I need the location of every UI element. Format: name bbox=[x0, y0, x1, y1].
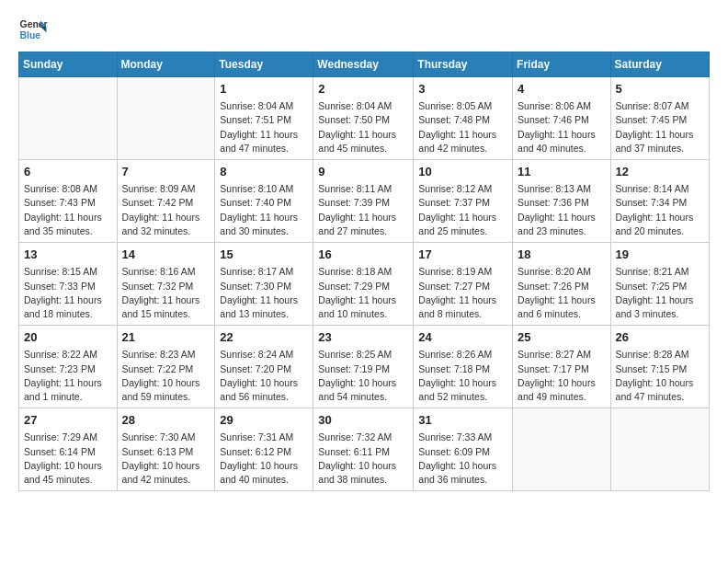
day-number: 4 bbox=[518, 81, 606, 98]
day-detail: Sunrise: 8:09 AM Sunset: 7:42 PM Dayligh… bbox=[122, 182, 210, 238]
day-detail: Sunrise: 8:21 AM Sunset: 7:25 PM Dayligh… bbox=[616, 265, 704, 321]
calendar-cell: 25Sunrise: 8:27 AM Sunset: 7:17 PM Dayli… bbox=[513, 326, 611, 408]
day-detail: Sunrise: 8:04 AM Sunset: 7:51 PM Dayligh… bbox=[220, 99, 308, 155]
calendar-cell: 12Sunrise: 8:14 AM Sunset: 7:34 PM Dayli… bbox=[610, 160, 709, 243]
day-detail: Sunrise: 8:12 AM Sunset: 7:37 PM Dayligh… bbox=[418, 182, 507, 238]
day-detail: Sunrise: 8:15 AM Sunset: 7:33 PM Dayligh… bbox=[24, 265, 112, 321]
calendar-cell: 23Sunrise: 8:25 AM Sunset: 7:19 PM Dayli… bbox=[313, 326, 414, 408]
day-detail: Sunrise: 8:19 AM Sunset: 7:27 PM Dayligh… bbox=[418, 265, 507, 321]
day-number: 16 bbox=[318, 247, 408, 263]
day-number: 21 bbox=[122, 329, 210, 346]
day-number: 15 bbox=[220, 247, 308, 263]
day-number: 20 bbox=[24, 329, 112, 346]
day-number: 14 bbox=[122, 247, 210, 263]
calendar-cell: 7Sunrise: 8:09 AM Sunset: 7:42 PM Daylig… bbox=[117, 160, 215, 243]
calendar-cell: 22Sunrise: 8:24 AM Sunset: 7:20 PM Dayli… bbox=[215, 326, 313, 408]
calendar-cell: 31Sunrise: 7:33 AM Sunset: 6:09 PM Dayli… bbox=[414, 408, 513, 491]
day-number: 25 bbox=[518, 329, 606, 346]
calendar-cell: 19Sunrise: 8:21 AM Sunset: 7:25 PM Dayli… bbox=[610, 243, 709, 326]
calendar-cell: 20Sunrise: 8:22 AM Sunset: 7:23 PM Dayli… bbox=[19, 326, 118, 408]
day-number: 11 bbox=[518, 164, 606, 180]
day-detail: Sunrise: 8:10 AM Sunset: 7:40 PM Dayligh… bbox=[220, 182, 308, 238]
calendar-cell: 8Sunrise: 8:10 AM Sunset: 7:40 PM Daylig… bbox=[215, 160, 313, 243]
logo: General Blue bbox=[18, 15, 48, 44]
day-detail: Sunrise: 8:18 AM Sunset: 7:29 PM Dayligh… bbox=[318, 265, 408, 321]
calendar-cell: 24Sunrise: 8:26 AM Sunset: 7:18 PM Dayli… bbox=[414, 326, 513, 408]
day-detail: Sunrise: 8:24 AM Sunset: 7:20 PM Dayligh… bbox=[220, 348, 308, 404]
calendar-table: SundayMondayTuesdayWednesdayThursdayFrid… bbox=[18, 52, 710, 491]
weekday-header-row: SundayMondayTuesdayWednesdayThursdayFrid… bbox=[19, 52, 710, 77]
day-detail: Sunrise: 8:05 AM Sunset: 7:48 PM Dayligh… bbox=[418, 99, 507, 155]
day-number: 13 bbox=[24, 247, 112, 263]
day-detail: Sunrise: 8:27 AM Sunset: 7:17 PM Dayligh… bbox=[518, 348, 606, 404]
calendar-cell: 6Sunrise: 8:08 AM Sunset: 7:43 PM Daylig… bbox=[19, 160, 118, 243]
week-row-1: 1Sunrise: 8:04 AM Sunset: 7:51 PM Daylig… bbox=[19, 77, 710, 160]
calendar-cell: 11Sunrise: 8:13 AM Sunset: 7:36 PM Dayli… bbox=[513, 160, 611, 243]
calendar-cell: 15Sunrise: 8:17 AM Sunset: 7:30 PM Dayli… bbox=[215, 243, 313, 326]
day-number: 30 bbox=[318, 412, 408, 429]
day-detail: Sunrise: 8:08 AM Sunset: 7:43 PM Dayligh… bbox=[24, 182, 112, 238]
day-detail: Sunrise: 8:26 AM Sunset: 7:18 PM Dayligh… bbox=[418, 348, 507, 404]
calendar-cell: 9Sunrise: 8:11 AM Sunset: 7:39 PM Daylig… bbox=[313, 160, 414, 243]
day-detail: Sunrise: 8:17 AM Sunset: 7:30 PM Dayligh… bbox=[220, 265, 308, 321]
day-detail: Sunrise: 7:33 AM Sunset: 6:09 PM Dayligh… bbox=[418, 431, 507, 487]
day-detail: Sunrise: 8:14 AM Sunset: 7:34 PM Dayligh… bbox=[616, 182, 704, 238]
logo-icon: General Blue bbox=[18, 15, 48, 44]
day-detail: Sunrise: 8:25 AM Sunset: 7:19 PM Dayligh… bbox=[318, 348, 408, 404]
day-detail: Sunrise: 8:28 AM Sunset: 7:15 PM Dayligh… bbox=[616, 348, 704, 404]
day-number: 22 bbox=[220, 329, 308, 346]
week-row-2: 6Sunrise: 8:08 AM Sunset: 7:43 PM Daylig… bbox=[19, 160, 710, 243]
day-detail: Sunrise: 8:04 AM Sunset: 7:50 PM Dayligh… bbox=[318, 99, 408, 155]
week-row-5: 27Sunrise: 7:29 AM Sunset: 6:14 PM Dayli… bbox=[19, 408, 710, 491]
calendar-cell bbox=[19, 77, 118, 160]
calendar-cell: 21Sunrise: 8:23 AM Sunset: 7:22 PM Dayli… bbox=[117, 326, 215, 408]
calendar-cell: 18Sunrise: 8:20 AM Sunset: 7:26 PM Dayli… bbox=[513, 243, 611, 326]
weekday-header-monday: Monday bbox=[117, 52, 215, 77]
day-detail: Sunrise: 7:30 AM Sunset: 6:13 PM Dayligh… bbox=[122, 431, 210, 487]
day-number: 6 bbox=[24, 164, 112, 180]
calendar-cell: 27Sunrise: 7:29 AM Sunset: 6:14 PM Dayli… bbox=[19, 408, 118, 491]
day-number: 7 bbox=[122, 164, 210, 180]
weekday-header-saturday: Saturday bbox=[610, 52, 709, 77]
calendar-cell: 10Sunrise: 8:12 AM Sunset: 7:37 PM Dayli… bbox=[414, 160, 513, 243]
svg-text:Blue: Blue bbox=[20, 30, 41, 40]
day-number: 27 bbox=[24, 412, 112, 429]
day-detail: Sunrise: 8:22 AM Sunset: 7:23 PM Dayligh… bbox=[24, 348, 112, 404]
calendar-cell: 2Sunrise: 8:04 AM Sunset: 7:50 PM Daylig… bbox=[313, 77, 414, 160]
day-number: 26 bbox=[616, 329, 704, 346]
calendar-cell: 17Sunrise: 8:19 AM Sunset: 7:27 PM Dayli… bbox=[414, 243, 513, 326]
calendar-cell bbox=[610, 408, 709, 491]
day-detail: Sunrise: 7:29 AM Sunset: 6:14 PM Dayligh… bbox=[24, 431, 112, 487]
day-number: 23 bbox=[318, 329, 408, 346]
day-number: 3 bbox=[418, 81, 507, 98]
weekday-header-wednesday: Wednesday bbox=[313, 52, 414, 77]
day-detail: Sunrise: 8:13 AM Sunset: 7:36 PM Dayligh… bbox=[518, 182, 606, 238]
calendar-cell bbox=[513, 408, 611, 491]
day-detail: Sunrise: 8:16 AM Sunset: 7:32 PM Dayligh… bbox=[122, 265, 210, 321]
day-number: 1 bbox=[220, 81, 308, 98]
day-number: 5 bbox=[616, 81, 704, 98]
day-detail: Sunrise: 8:20 AM Sunset: 7:26 PM Dayligh… bbox=[518, 265, 606, 321]
calendar-cell: 28Sunrise: 7:30 AM Sunset: 6:13 PM Dayli… bbox=[117, 408, 215, 491]
day-number: 28 bbox=[122, 412, 210, 429]
weekday-header-tuesday: Tuesday bbox=[215, 52, 313, 77]
weekday-header-sunday: Sunday bbox=[19, 52, 118, 77]
calendar-cell bbox=[117, 77, 215, 160]
day-detail: Sunrise: 7:32 AM Sunset: 6:11 PM Dayligh… bbox=[318, 431, 408, 487]
day-number: 19 bbox=[616, 247, 704, 263]
day-detail: Sunrise: 7:31 AM Sunset: 6:12 PM Dayligh… bbox=[220, 431, 308, 487]
calendar-cell: 26Sunrise: 8:28 AM Sunset: 7:15 PM Dayli… bbox=[610, 326, 709, 408]
day-number: 9 bbox=[318, 164, 408, 180]
day-number: 10 bbox=[418, 164, 507, 180]
week-row-4: 20Sunrise: 8:22 AM Sunset: 7:23 PM Dayli… bbox=[19, 326, 710, 408]
day-number: 8 bbox=[220, 164, 308, 180]
day-detail: Sunrise: 8:07 AM Sunset: 7:45 PM Dayligh… bbox=[616, 99, 704, 155]
calendar-cell: 13Sunrise: 8:15 AM Sunset: 7:33 PM Dayli… bbox=[19, 243, 118, 326]
day-number: 17 bbox=[418, 247, 507, 263]
day-detail: Sunrise: 8:11 AM Sunset: 7:39 PM Dayligh… bbox=[318, 182, 408, 238]
day-number: 2 bbox=[318, 81, 408, 98]
day-detail: Sunrise: 8:06 AM Sunset: 7:46 PM Dayligh… bbox=[518, 99, 606, 155]
calendar-cell: 16Sunrise: 8:18 AM Sunset: 7:29 PM Dayli… bbox=[313, 243, 414, 326]
calendar-cell: 14Sunrise: 8:16 AM Sunset: 7:32 PM Dayli… bbox=[117, 243, 215, 326]
calendar-cell: 3Sunrise: 8:05 AM Sunset: 7:48 PM Daylig… bbox=[414, 77, 513, 160]
